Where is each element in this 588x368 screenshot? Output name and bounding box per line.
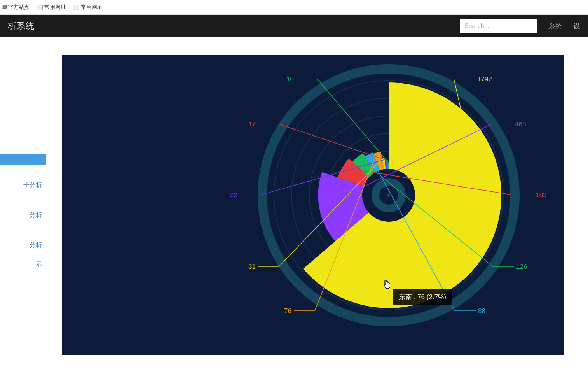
sidebar-item[interactable]: 示 — [0, 255, 46, 274]
slice-label: 88 — [478, 307, 485, 315]
slice-label: 1792 — [477, 75, 492, 83]
sidebar-spacer — [0, 53, 46, 154]
sidebar-item-label: 十分析 — [23, 182, 42, 188]
slice-label: 126 — [516, 263, 527, 271]
layout: 十分析 分析 分析 示 东南 : 76 (2.7%) 1792468183126… — [0, 37, 588, 368]
bookmark-bar: 狐官方站点 常用网址 常用网址 — [0, 0, 588, 15]
main: 东南 : 76 (2.7%) 1792468183126887631221710 — [46, 37, 588, 368]
slice-label: 468 — [515, 121, 526, 128]
bookmark-item[interactable]: 狐官方站点 — [2, 4, 30, 11]
sidebar-item-label: 分析 — [30, 242, 42, 248]
top-nav: 析系统 系统 设 — [0, 15, 588, 37]
bookmark-label: 常用网址 — [44, 4, 66, 11]
bookmark-item[interactable]: 常用网址 — [37, 4, 66, 11]
slice-label: 10 — [286, 75, 294, 83]
folder-icon — [37, 5, 43, 10]
sidebar-item[interactable]: 分析 — [0, 236, 46, 255]
bookmark-item[interactable]: 常用网址 — [73, 4, 103, 11]
app-title: 析系统 — [8, 20, 35, 32]
sidebar-item[interactable]: 十分析 — [0, 176, 46, 195]
slice-label: 76 — [284, 307, 291, 315]
sidebar-item-active[interactable] — [0, 154, 46, 165]
slice-label: 31 — [248, 263, 256, 271]
nav-link-settings[interactable]: 设 — [573, 21, 580, 31]
bookmark-label: 狐官方站点 — [2, 4, 30, 11]
sidebar-item-label: 分析 — [30, 212, 42, 218]
nav-link-system[interactable]: 系统 — [548, 21, 562, 31]
folder-icon — [73, 5, 79, 10]
slice-label: 22 — [230, 191, 237, 199]
bookmark-label: 常用网址 — [81, 4, 103, 11]
svg-point-8 — [387, 194, 390, 197]
chart-svg — [62, 55, 564, 355]
search-input[interactable] — [460, 19, 537, 33]
slice-label: 183 — [536, 191, 546, 199]
sidebar: 十分析 分析 分析 示 — [0, 37, 46, 368]
rose-chart[interactable]: 东南 : 76 (2.7%) 1792468183126887631221710 — [62, 55, 564, 355]
slice-label: 17 — [248, 121, 256, 128]
nav-right: 系统 设 — [460, 19, 580, 33]
sidebar-item[interactable]: 分析 — [0, 206, 46, 225]
sidebar-item-label: 示 — [36, 261, 42, 267]
